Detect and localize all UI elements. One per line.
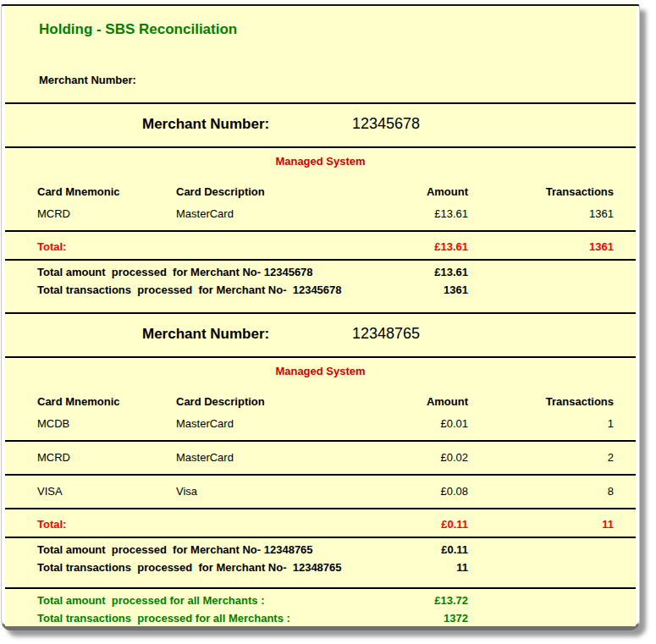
- spacer: [468, 561, 614, 574]
- merchant-section: Merchant Number:12345678Managed SystemCa…: [5, 102, 636, 296]
- card-amount: £13.61: [330, 207, 468, 220]
- column-header: Transactions: [468, 395, 614, 408]
- summary-row: Total transactions processed for Merchan…: [5, 283, 636, 296]
- column-header: Transactions: [468, 185, 614, 198]
- spacer: [176, 240, 330, 253]
- spacer: [468, 283, 614, 296]
- card-mnemonic: MCRD: [37, 451, 176, 464]
- card-amount: £0.01: [330, 417, 468, 430]
- total-label: Total:: [37, 518, 176, 531]
- summary-label: Total amount processed for Merchant No- …: [37, 266, 330, 278]
- divider: [5, 587, 636, 589]
- summary-value: 1361: [330, 283, 468, 296]
- summary-value: £0.11: [330, 543, 468, 556]
- summary-row: Total amount processed for Merchant No- …: [5, 266, 636, 278]
- column-header: Amount: [330, 185, 468, 198]
- grand-total-amount-label: Total amount processed for all Merchants…: [37, 594, 330, 607]
- column-header: Card Description: [176, 395, 330, 408]
- spacer: [468, 594, 614, 607]
- divider: [5, 259, 636, 261]
- summary-label: Total amount processed for Merchant No- …: [37, 543, 330, 556]
- card-row: MCDBMasterCard£0.011: [5, 417, 636, 430]
- column-header: Card Mnemonic: [37, 185, 176, 198]
- managed-system-title: Managed System: [5, 155, 636, 168]
- total-transactions: 11: [468, 518, 614, 531]
- grand-total-transactions-row: Total transactions processed for all Mer…: [5, 612, 636, 625]
- merchant-sections: Merchant Number:12345678Managed SystemCa…: [5, 102, 636, 574]
- grand-total-amount-row: Total amount processed for all Merchants…: [5, 594, 636, 607]
- merchant-number-row: Merchant Number:12348765: [5, 314, 636, 356]
- divider: [5, 440, 636, 442]
- card-description: MasterCard: [176, 207, 330, 220]
- report-window: Holding - SBS Reconciliation Merchant Nu…: [1, 4, 640, 630]
- card-amount: £0.08: [330, 485, 468, 498]
- spacer: [176, 518, 330, 531]
- spacer: [468, 543, 614, 556]
- total-row: Total:£13.611361: [5, 232, 636, 259]
- merchant-number-label: Merchant Number:: [142, 325, 352, 344]
- summary-row: Total amount processed for Merchant No- …: [5, 543, 636, 556]
- card-row: MCRDMasterCard£0.022: [5, 451, 636, 464]
- card-row: MCRDMasterCard£13.611361: [5, 207, 636, 220]
- grand-total-transactions-value: 1372: [330, 612, 468, 625]
- column-header: Card Description: [176, 185, 330, 198]
- merchant-number-row: Merchant Number:12345678: [5, 104, 636, 146]
- card-mnemonic: VISA: [37, 485, 176, 498]
- grand-total-amount-value: £13.72: [330, 594, 468, 607]
- card-table-header: Card MnemonicCard DescriptionAmountTrans…: [5, 185, 636, 198]
- summary-value: £13.61: [330, 266, 468, 278]
- card-row: VISAVisa£0.088: [5, 485, 636, 498]
- divider: [5, 146, 636, 148]
- managed-system-title: Managed System: [5, 365, 636, 377]
- report-page: Holding - SBS Reconciliation Merchant Nu…: [5, 6, 636, 626]
- divider: [5, 537, 636, 538]
- column-header: Card Mnemonic: [37, 395, 176, 408]
- merchant-section: Merchant Number:12348765Managed SystemCa…: [5, 312, 636, 574]
- spacer: [468, 266, 614, 278]
- summary-label: Total transactions processed for Merchan…: [37, 283, 330, 296]
- total-transactions: 1361: [468, 240, 614, 253]
- grand-total-transactions-label: Total transactions processed for all Mer…: [37, 612, 330, 625]
- card-mnemonic: MCDB: [37, 417, 176, 430]
- total-amount: £0.11: [330, 518, 468, 531]
- page-title: Holding - SBS Reconciliation: [39, 6, 636, 38]
- divider: [5, 356, 636, 358]
- merchant-number-label: Merchant Number:: [142, 115, 352, 134]
- total-label: Total:: [37, 240, 176, 253]
- card-description: Visa: [176, 485, 330, 498]
- divider: [5, 474, 636, 476]
- merchant-number-header-label: Merchant Number:: [39, 74, 636, 86]
- total-row: Total:£0.1111: [5, 509, 636, 537]
- merchant-number-value: 12348765: [352, 324, 636, 343]
- card-amount: £0.02: [330, 451, 468, 464]
- summary-row: Total transactions processed for Merchan…: [5, 561, 636, 574]
- card-mnemonic: MCRD: [37, 207, 176, 220]
- spacer: [468, 612, 614, 625]
- card-description: MasterCard: [176, 451, 330, 464]
- total-amount: £13.61: [330, 240, 468, 253]
- card-transactions: 1: [468, 417, 614, 430]
- column-header: Amount: [330, 395, 468, 408]
- summary-label: Total transactions processed for Merchan…: [37, 561, 330, 574]
- card-description: MasterCard: [176, 417, 330, 430]
- card-table-header: Card MnemonicCard DescriptionAmountTrans…: [5, 395, 636, 408]
- summary-value: 11: [330, 561, 468, 574]
- card-transactions: 2: [468, 451, 614, 464]
- card-transactions: 8: [468, 485, 614, 498]
- card-transactions: 1361: [468, 207, 614, 220]
- merchant-number-value: 12345678: [352, 114, 636, 133]
